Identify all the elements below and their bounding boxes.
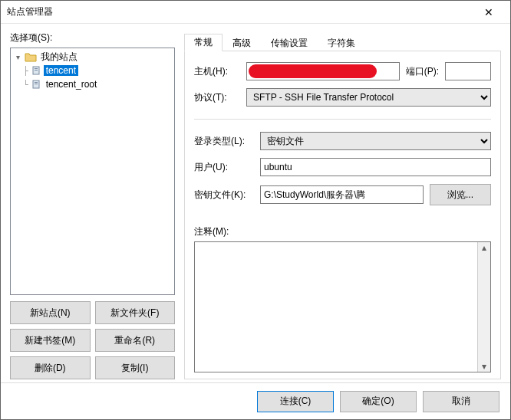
redaction-mark xyxy=(249,64,377,78)
svg-rect-4 xyxy=(35,82,38,83)
new-folder-button[interactable]: 新文件夹(F) xyxy=(95,301,176,324)
user-label: 用户(U): xyxy=(194,161,254,174)
cancel-button[interactable]: 取消 xyxy=(423,391,499,412)
new-bookmark-button[interactable]: 新建书签(M) xyxy=(10,329,91,352)
rename-button[interactable]: 重命名(R) xyxy=(95,329,176,352)
folder-icon xyxy=(25,51,37,63)
dialog-footer: 连接(C) 确定(O) 取消 xyxy=(1,382,510,419)
protocol-select[interactable]: SFTP - SSH File Transfer Protocol xyxy=(246,88,491,107)
separator xyxy=(194,119,491,120)
notes-textarea[interactable] xyxy=(195,242,477,372)
keyfile-label: 密钥文件(K): xyxy=(194,189,254,202)
tab-charset[interactable]: 字符集 xyxy=(318,34,365,51)
server-icon xyxy=(30,64,42,77)
port-label: 端口(P): xyxy=(406,65,439,78)
tree-root-label: 我的站点 xyxy=(38,51,80,64)
user-input[interactable] xyxy=(260,158,491,176)
scroll-down-icon[interactable]: ▾ xyxy=(478,361,490,372)
tab-panel-general: 主机(H): 端口(P): 协议(T): SFTP - SSH File Tra… xyxy=(184,51,501,379)
titlebar: 站点管理器 ✕ xyxy=(1,1,510,24)
tab-general[interactable]: 常规 xyxy=(184,34,223,51)
tree-item-tencent[interactable]: ├ tencent xyxy=(11,64,174,77)
tab-transfer[interactable]: 传输设置 xyxy=(261,34,318,51)
tree-item-label: tencent_root xyxy=(44,79,100,90)
select-entry-label: 选择项(S): xyxy=(10,31,175,44)
copy-button[interactable]: 复制(I) xyxy=(95,356,176,379)
tab-advanced[interactable]: 高级 xyxy=(223,34,261,51)
collapse-icon[interactable]: ▾ xyxy=(12,53,23,61)
tree-item-label: tencent xyxy=(44,65,78,76)
browse-button[interactable]: 浏览... xyxy=(430,184,491,205)
host-label: 主机(H): xyxy=(194,65,240,78)
new-site-button[interactable]: 新站点(N) xyxy=(10,301,91,324)
site-manager-window: 站点管理器 ✕ 选择项(S): ▾ 我的站点 ├ xyxy=(0,0,511,420)
svg-rect-5 xyxy=(35,84,38,84)
notes-label: 注释(M): xyxy=(194,225,491,238)
window-title: 站点管理器 xyxy=(7,5,473,18)
scrollbar[interactable]: ▴ ▾ xyxy=(477,242,490,372)
connect-button[interactable]: 连接(C) xyxy=(257,391,334,412)
logon-type-label: 登录类型(L): xyxy=(194,135,254,148)
tree-item-tencent-root[interactable]: └ tencent_root xyxy=(11,77,174,91)
close-icon[interactable]: ✕ xyxy=(473,6,504,18)
delete-button[interactable]: 删除(D) xyxy=(10,356,91,379)
svg-rect-1 xyxy=(35,68,38,69)
site-tree[interactable]: ▾ 我的站点 ├ tencent └ xyxy=(10,48,175,295)
keyfile-input[interactable] xyxy=(260,185,424,204)
svg-rect-2 xyxy=(35,70,38,71)
logon-type-select[interactable]: 密钥文件 xyxy=(260,132,491,150)
scroll-up-icon[interactable]: ▴ xyxy=(478,242,490,253)
tree-root[interactable]: ▾ 我的站点 xyxy=(11,50,174,64)
protocol-label: 协议(T): xyxy=(194,91,240,104)
port-input[interactable] xyxy=(445,62,491,80)
tab-bar: 常规 高级 传输设置 字符集 xyxy=(184,33,501,51)
server-icon xyxy=(30,78,42,90)
ok-button[interactable]: 确定(O) xyxy=(340,391,417,412)
